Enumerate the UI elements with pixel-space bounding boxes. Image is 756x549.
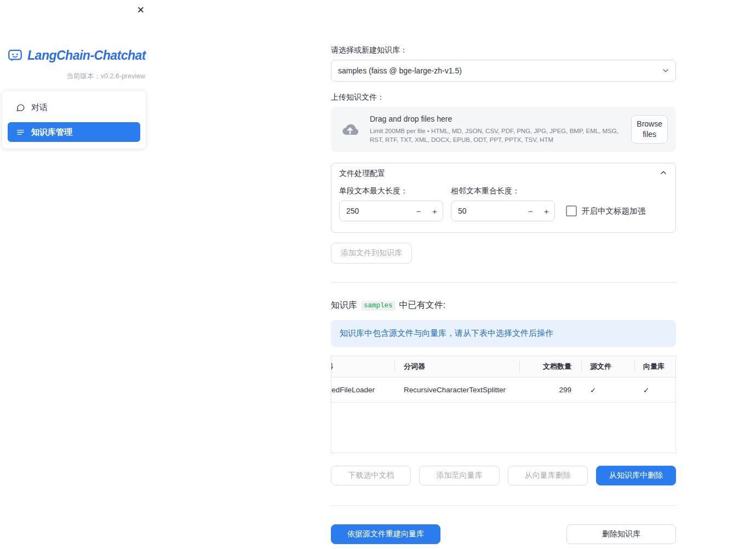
info-banner: 知识库中包含源文件与向量库，请从下表中选择文件后操作	[331, 320, 676, 347]
version-value: v0.2.6-preview	[101, 72, 145, 80]
cloud-upload-icon	[339, 121, 361, 138]
existing-suffix: 中已有文件:	[399, 300, 445, 311]
overlap-label: 相邻文本重合长度：	[451, 186, 555, 196]
zh-title-enhance-checkbox[interactable]: 开启中文标题加强	[566, 205, 645, 216]
cell-docs-count: 299	[519, 378, 581, 402]
files-table-inner: 文档加载器 分词器 文档数量 源文件 向量库 UnstructuredFileL…	[331, 356, 676, 403]
file-dropzone[interactable]: Drag and drop files here Limit 200MB per…	[331, 107, 676, 152]
add-files-button[interactable]: 添加文件到知识库	[331, 243, 412, 264]
kb-select[interactable]: samples (faiss @ bge-large-zh-v1.5)	[331, 60, 676, 82]
cell-loader: UnstructuredFileLoader	[331, 378, 394, 402]
max-length-label: 单段文本最大长度：	[339, 186, 443, 196]
max-length-value[interactable]: 250	[340, 201, 411, 221]
overlap-input[interactable]: 50 − +	[451, 201, 555, 221]
column-header-source-file: 源文件	[581, 356, 634, 377]
column-header-loader: 文档加载器	[331, 356, 394, 377]
table-row[interactable]: UnstructuredFileLoader RecursiveCharacte…	[331, 378, 676, 403]
delete-from-kb-button[interactable]: 从知识库中删除	[596, 466, 676, 485]
delete-from-vector-store-button[interactable]: 从向量库删除	[508, 466, 588, 485]
version-info: 当前版本：v0.2.6-preview	[0, 72, 153, 81]
cell-source-check: ✓	[581, 378, 634, 402]
cell-splitter: RecursiveCharacterTextSplitter	[394, 378, 519, 402]
chevron-up-icon	[659, 168, 668, 179]
column-header-docs-count: 文档数量	[519, 356, 581, 377]
sidebar-item-label: 知识库管理	[31, 127, 72, 138]
sidebar-nav: 对话 知识库管理	[2, 91, 146, 148]
kb-select-value: samples (faiss @ bge-large-zh-v1.5)	[338, 66, 462, 75]
max-length-field: 单段文本最大长度： 250 − +	[339, 186, 443, 221]
divider	[331, 282, 676, 283]
rebuild-vector-store-button[interactable]: 依据源文件重建向量库	[331, 524, 440, 544]
increment-button[interactable]: +	[539, 201, 554, 221]
drag-drop-text: Drag and drop files here	[370, 115, 631, 123]
sidebar-item-label: 对话	[31, 102, 48, 113]
expander-title: 文件处理配置	[339, 169, 385, 179]
kb-name-code: samples	[361, 301, 396, 311]
upload-label: 上传知识文件：	[331, 93, 676, 102]
delete-kb-button[interactable]: 删除知识库	[566, 524, 676, 544]
chat-bubble-icon	[16, 103, 25, 112]
app-page: ✕ LangChain-Chatchat 当前版本：v0.2.6-preview	[0, 0, 756, 549]
checkbox-icon[interactable]	[566, 205, 577, 216]
add-to-vector-store-button[interactable]: 添加至向量库	[419, 466, 499, 485]
table-header-row: 文档加载器 分词器 文档数量 源文件 向量库	[331, 356, 676, 378]
increment-button[interactable]: +	[427, 201, 443, 221]
browse-files-button[interactable]: Browse files	[631, 115, 668, 144]
main-content: 请选择或新建知识库： samples (faiss @ bge-large-zh…	[331, 0, 676, 544]
kb-select-label: 请选择或新建知识库：	[331, 45, 676, 55]
list-icon	[16, 128, 25, 137]
decrement-button[interactable]: −	[523, 201, 539, 221]
version-label: 当前版本：	[66, 72, 101, 80]
divider	[331, 505, 676, 506]
decrement-button[interactable]: −	[411, 201, 427, 221]
info-text: 知识库中包含源文件与向量库，请从下表中选择文件后操作	[340, 328, 553, 339]
sidebar-close-icon[interactable]: ✕	[136, 4, 146, 16]
logo: LangChain-Chatchat	[0, 48, 153, 63]
cell-vector-check: ✓	[634, 378, 676, 402]
expander-body: 单段文本最大长度： 250 − + 相邻文本重合长度： 50 − +	[331, 184, 675, 232]
files-table: 文档加载器 分词器 文档数量 源文件 向量库 UnstructuredFileL…	[331, 356, 676, 453]
sidebar: ✕ LangChain-Chatchat 当前版本：v0.2.6-preview	[0, 0, 153, 549]
kb-global-actions: 依据源文件重建向量库 删除知识库	[331, 524, 676, 544]
existing-files-heading: 知识库 samples 中已有文件:	[331, 300, 676, 311]
existing-prefix: 知识库	[331, 300, 357, 311]
dropzone-instructions: Drag and drop files here Limit 200MB per…	[370, 115, 631, 144]
download-selected-button[interactable]: 下载选中文档	[331, 466, 411, 485]
file-limit-text: Limit 200MB per file • HTML, MD, JSON, C…	[370, 127, 631, 144]
chevron-down-icon	[661, 66, 670, 77]
column-header-vector-store: 向量库	[634, 356, 676, 377]
file-config-expander: 文件处理配置 单段文本最大长度： 250 − + 相邻文本重合长度：	[331, 163, 676, 233]
column-header-splitter: 分词器	[394, 356, 519, 377]
logo-icon	[8, 48, 22, 63]
max-length-input[interactable]: 250 − +	[339, 201, 443, 221]
sidebar-item-chat[interactable]: 对话	[8, 98, 140, 117]
file-actions: 下载选中文档 添加至向量库 从向量库删除 从知识库中删除	[331, 466, 676, 485]
overlap-field: 相邻文本重合长度： 50 − +	[451, 186, 555, 221]
overlap-value[interactable]: 50	[451, 201, 523, 221]
expander-header[interactable]: 文件处理配置	[331, 163, 675, 184]
sidebar-item-knowledge-base[interactable]: 知识库管理	[8, 122, 140, 142]
checkbox-label: 开启中文标题加强	[582, 206, 645, 216]
app-title: LangChain-Chatchat	[27, 48, 146, 63]
